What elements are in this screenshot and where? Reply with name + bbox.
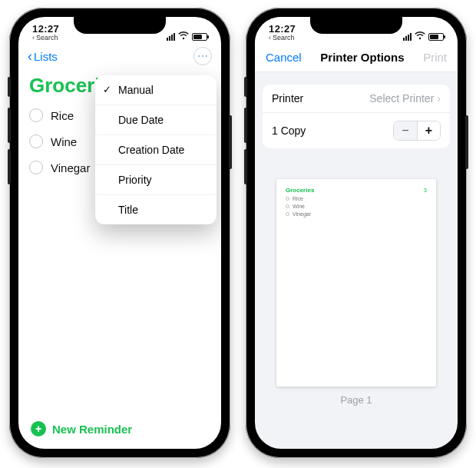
sort-option-title[interactable]: Title xyxy=(95,195,217,224)
item-label: Vinegar xyxy=(51,161,90,174)
back-label: Lists xyxy=(34,50,58,63)
preview-footer-left: · xyxy=(286,376,286,380)
cellular-icon xyxy=(167,33,175,41)
sort-menu: Manual Due Date Creation Date Priority T… xyxy=(95,75,217,224)
status-back-app[interactable]: Search xyxy=(32,35,59,41)
preview-item: Vinegar xyxy=(293,211,311,217)
preview-count: 3 xyxy=(424,187,427,194)
print-preview[interactable]: Groceries 3 Rice Wine Vinegar · · Page 1 xyxy=(276,179,436,406)
preview-item: Rice xyxy=(293,196,303,201)
sort-option-priority[interactable]: Priority xyxy=(95,165,217,195)
modal-title: Printer Options xyxy=(320,51,404,64)
notch xyxy=(310,17,402,34)
sort-option-manual[interactable]: Manual xyxy=(95,75,217,105)
radio-icon[interactable] xyxy=(29,161,43,174)
printer-label: Printer xyxy=(272,92,303,105)
wifi-icon xyxy=(178,32,189,41)
status-time: 12:27 xyxy=(32,24,59,34)
sort-option-creation-date[interactable]: Creation Date xyxy=(95,135,217,165)
cellular-icon xyxy=(403,33,412,41)
copies-stepper: − + xyxy=(393,121,441,141)
new-reminder-label: New Reminder xyxy=(52,423,132,436)
iphone-frame-left: 12:27 Search ‹ Lists ⋯ xyxy=(9,8,230,458)
item-label: Wine xyxy=(51,135,77,148)
wifi-icon xyxy=(415,32,425,41)
page-thumbnail: Groceries 3 Rice Wine Vinegar · · xyxy=(276,179,436,387)
page-indicator: Page 1 xyxy=(276,394,436,406)
chevron-left-icon: ‹ xyxy=(28,49,32,63)
preview-item: Wine xyxy=(293,204,305,209)
battery-icon xyxy=(428,33,444,41)
battery-icon xyxy=(192,33,207,41)
printer-value: Select Printer xyxy=(369,92,434,105)
print-settings-group: Printer Select Printer › 1 Copy − + xyxy=(263,85,450,148)
stepper-plus-button[interactable]: + xyxy=(417,121,440,140)
preview-footer-right: · xyxy=(426,376,427,380)
cancel-button[interactable]: Cancel xyxy=(266,51,302,64)
ellipsis-icon: ⋯ xyxy=(197,51,208,61)
new-reminder-button[interactable]: + New Reminder xyxy=(18,412,221,449)
chevron-right-icon: › xyxy=(437,92,441,105)
back-button[interactable]: ‹ Lists xyxy=(28,49,58,63)
print-button[interactable]: Print xyxy=(423,51,447,64)
printer-row[interactable]: Printer Select Printer › xyxy=(263,85,450,113)
stepper-minus-button[interactable]: − xyxy=(394,121,417,140)
status-time: 12:27 xyxy=(269,24,296,34)
iphone-frame-right: 12:27 Search Cancel Printer Options Pri xyxy=(246,8,467,458)
notch xyxy=(74,17,166,34)
plus-circle-icon: + xyxy=(31,421,46,436)
item-label: Rice xyxy=(51,109,74,122)
copies-label: 1 Copy xyxy=(272,124,306,137)
radio-icon[interactable] xyxy=(29,108,43,122)
copies-row: 1 Copy − + xyxy=(263,113,450,148)
status-back-app[interactable]: Search xyxy=(269,35,296,41)
preview-list-title: Groceries xyxy=(286,187,427,194)
sort-option-due-date[interactable]: Due Date xyxy=(95,105,217,135)
radio-icon[interactable] xyxy=(29,134,43,148)
more-button[interactable]: ⋯ xyxy=(193,47,212,65)
